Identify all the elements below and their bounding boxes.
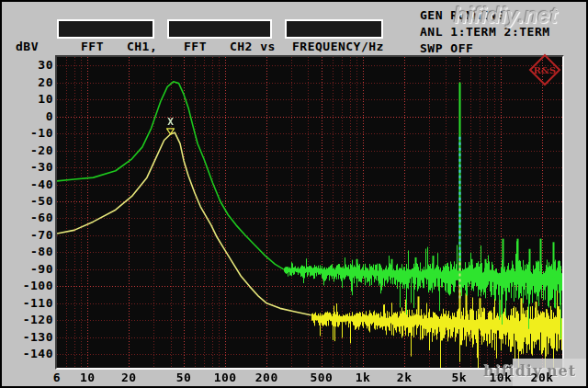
softkey-display-2 xyxy=(167,19,272,39)
softkey-display-1 xyxy=(57,19,154,39)
y-tick-label: -80 xyxy=(13,245,53,258)
status-generator: GEN RUNNING xyxy=(420,7,504,24)
y-tick-label: 0 xyxy=(13,109,53,123)
y-tick-label: 10 xyxy=(13,92,53,106)
y-tick-label: -20 xyxy=(13,143,53,157)
x-tick-label: 500 xyxy=(301,371,342,384)
x-tick-label: 20k xyxy=(522,371,562,384)
y-tick-label: -40 xyxy=(13,177,53,191)
y-tick-label: -90 xyxy=(13,262,53,276)
x-tick-label: 20 xyxy=(108,371,149,384)
x-tick-label: 100 xyxy=(205,371,245,384)
y-tick-label: -10 xyxy=(13,126,53,140)
y-tick-label: -140 xyxy=(13,347,53,360)
x-tick-label: 5k xyxy=(439,371,480,384)
trace2-label: FFT CH2 vs xyxy=(184,40,276,53)
y-tick-label: -120 xyxy=(13,313,53,326)
softkey-display-3 xyxy=(285,19,383,39)
y-tick-label: -30 xyxy=(13,160,53,174)
x-tick-label: 1k xyxy=(343,371,383,384)
x-tick-label: 50 xyxy=(164,371,204,384)
y-unit-label: dBV xyxy=(16,40,39,53)
y-tick-label: 20 xyxy=(13,75,53,89)
rohde-schwarz-logo-icon: R&S xyxy=(527,52,562,87)
x-tick-label: 10 xyxy=(67,371,107,384)
x-axis-title: FREQUENCY/Hz xyxy=(292,40,384,53)
logo-monogram: R&S xyxy=(534,65,557,75)
analyzer-screen: dBV FFT CH1, FFT CH2 vs FREQUENCY/Hz GEN… xyxy=(0,0,588,388)
status-analyzer: ANL 1:TERM 2:TERM xyxy=(420,24,550,40)
plot-frame xyxy=(55,55,564,370)
trace1-label: FFT CH1, xyxy=(81,40,157,53)
y-tick-label: -100 xyxy=(13,279,53,292)
spectrum-plot-canvas xyxy=(57,57,562,368)
x-tick-label: 2k xyxy=(384,371,424,384)
y-tick-label: -130 xyxy=(13,330,53,344)
y-tick-label: -110 xyxy=(13,296,53,310)
x-tick-label: 200 xyxy=(246,371,287,384)
y-tick-label: 30 xyxy=(13,58,53,72)
y-tick-label: -50 xyxy=(13,194,53,208)
y-tick-label: -70 xyxy=(13,228,53,242)
x-tick-label: 10k xyxy=(481,371,521,384)
y-tick-label: -60 xyxy=(13,211,53,224)
